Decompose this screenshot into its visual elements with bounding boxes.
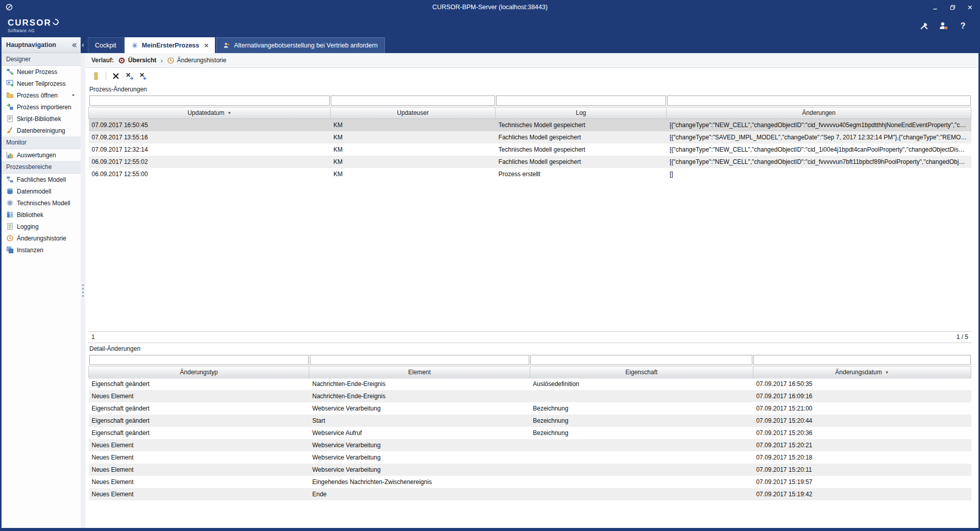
column-header-log[interactable]: Log — [496, 107, 667, 119]
table-row[interactable]: Neues ElementWebservice Verarbeitung07.0… — [89, 439, 971, 451]
table-row[interactable]: Neues ElementNachrichten-Ende-Ereignis07… — [89, 390, 971, 402]
sidebar-item-aenderungshistorie[interactable]: Änderungshistorie — [2, 232, 81, 244]
sidebar-splitter[interactable] — [81, 37, 85, 528]
user-settings-button[interactable] — [938, 20, 949, 32]
table-row[interactable]: 06.09.2017 12:55:00KMProzess erstellt[] — [89, 168, 971, 180]
sidebar-item-label: Neuer Prozess — [17, 68, 57, 76]
filter-input-aenderungen[interactable] — [667, 95, 971, 106]
table-row[interactable]: 07.09.2017 16:50:45KMTechnisches Modell … — [89, 119, 971, 131]
table-row[interactable]: Neues ElementWebservice Verarbeitung07.0… — [89, 464, 971, 476]
sidebar-item-neuer-teilprozess[interactable]: Neuer Teilprozess — [2, 78, 81, 89]
splitter-top[interactable] — [81, 37, 85, 53]
table-row[interactable]: 07.09.2017 13:55:16KMFachliches Modell g… — [89, 131, 971, 143]
filter-input-updatedatum[interactable] — [89, 95, 330, 106]
sidebar-item-label: Änderungshistorie — [17, 235, 66, 242]
sidebar-item-logging[interactable]: Logging — [2, 221, 81, 232]
breadcrumb: Verlauf: Übersicht › Änderungshistorie — [85, 53, 978, 68]
filter-input-updateuser[interactable] — [331, 95, 495, 106]
person-tab-icon — [223, 42, 230, 49]
table-row[interactable]: Eigenschaft geändertWebservice Verarbeit… — [89, 402, 971, 415]
sidebar-section-prozessbereiche[interactable]: Prozessbereiche — [2, 161, 81, 174]
sidebar-item-datenmodell[interactable]: Datenmodell — [2, 185, 81, 197]
user-settings-icon — [939, 21, 948, 31]
sidebar-item-prozess-importieren[interactable]: Prozess importieren — [2, 101, 81, 113]
instances-icon — [6, 246, 14, 254]
sidebar-item-prozess-oeffnen[interactable]: Prozess öffnen — [2, 89, 81, 101]
table-row[interactable]: Neues ElementEnde07.09.2017 15:19:42 — [89, 488, 971, 500]
column-header-updatedatum[interactable]: Updatedatum▼ — [89, 107, 331, 119]
table-row[interactable]: Eigenschaft geändertWebservice AufrufBez… — [89, 427, 971, 439]
sidebar-section-designer[interactable]: Designer — [2, 53, 81, 66]
overview-icon — [118, 57, 126, 64]
evaluations-icon — [6, 151, 14, 159]
tools-button[interactable] — [918, 20, 929, 32]
table-row[interactable]: Eigenschaft geändertStartBezeichnung07.0… — [89, 415, 971, 427]
logo-mark-icon — [51, 18, 60, 27]
dropdown-caret-icon — [70, 92, 76, 98]
maximize-button[interactable] — [944, 0, 961, 14]
clear-filter-button[interactable] — [110, 70, 122, 82]
sidebar-item-fachliches-modell[interactable]: Fachliches Modell — [2, 174, 81, 185]
sidebar-item-technisches-modell[interactable]: Technisches Modell — [2, 197, 81, 209]
tab-close-icon[interactable]: × — [204, 42, 208, 49]
close-icon — [967, 4, 973, 11]
apply-filter-button[interactable] — [137, 70, 150, 82]
column-header-aenderungsdatum[interactable]: Änderungsdatum▼ — [753, 366, 971, 378]
filter-row — [89, 354, 971, 367]
help-button[interactable]: ? — [957, 20, 968, 32]
sidebar-sections: DesignerNeuer ProzessNeuer TeilprozessPr… — [2, 53, 81, 256]
sidebar-item-datenbereinigung[interactable]: Datenbereinigung — [2, 125, 81, 136]
breadcrumb-item-aenderungshistorie[interactable]: Änderungshistorie — [167, 57, 227, 64]
sidebar-item-neuer-prozess[interactable]: Neuer Prozess — [2, 66, 81, 78]
filter-input-eigenschaft[interactable] — [530, 355, 752, 365]
sidebar-item-auswertungen[interactable]: Auswertungen — [2, 149, 81, 161]
column-header-updateuser[interactable]: Updateuser — [330, 107, 495, 119]
pagination-bar: 1 1 / 5 — [88, 331, 971, 343]
filter-input-element[interactable] — [310, 355, 529, 365]
sidebar-item-label: Prozess importieren — [17, 104, 71, 111]
sidebar-item-bibliothek[interactable]: Bibliothek — [2, 209, 81, 221]
apply-filter-icon — [139, 72, 148, 80]
column-header-aenderungstyp[interactable]: Änderungstyp — [89, 366, 309, 378]
tab-cockpit[interactable]: Cockpit — [88, 37, 124, 53]
sidebar-item-instanzen[interactable]: Instanzen — [2, 244, 81, 256]
titlebar[interactable]: CURSOR-BPM-Server (localhost:38443) — [2, 0, 978, 14]
sidebar-item-label: Datenmodell — [17, 188, 51, 195]
tab-label: Alternativangebotserstellung bei Vertrie… — [234, 42, 377, 49]
column-header-aenderungen[interactable]: Änderungen — [667, 107, 971, 119]
app-window: CURSOR-BPM-Server (localhost:38443) CURS… — [0, 0, 980, 531]
sidebar-item-skript-bibliothek[interactable]: Skript-Bibliothek — [2, 113, 81, 125]
column-header-element[interactable]: Element — [309, 366, 530, 378]
page-info: 1 / 5 — [957, 333, 968, 341]
filter-input-aenderungstyp[interactable] — [89, 355, 309, 365]
highlight-changes-button[interactable] — [90, 70, 102, 82]
filter-input-log[interactable] — [496, 95, 666, 106]
sidebar-item-label: Neuer Teilprozess — [17, 80, 66, 87]
data-model-icon — [6, 187, 14, 195]
remove-filter-button[interactable] — [124, 70, 136, 82]
table-row[interactable]: 06.09.2017 12:55:02KMFachliches Modell g… — [89, 156, 971, 168]
logo-text: CURSOR — [8, 18, 52, 27]
table-row[interactable]: Eigenschaft geändertNachrichten-Ende-Ere… — [89, 378, 971, 390]
breadcrumb-item-uebersicht[interactable]: Übersicht — [118, 57, 156, 64]
tab-alternativangebotserstellung-bei-vertrieb-anfordern[interactable]: Alternativangebotserstellung bei Vertrie… — [216, 37, 384, 53]
window-controls — [926, 0, 978, 14]
splitter-handle[interactable] — [81, 53, 85, 528]
minimize-button[interactable] — [926, 0, 944, 14]
table-row[interactable]: Neues ElementWebservice Verarbeitung07.0… — [89, 451, 971, 464]
technical-model-icon — [6, 199, 14, 207]
history-icon — [167, 57, 175, 64]
splitter-dots-icon — [82, 284, 84, 297]
table-row[interactable]: Neues ElementEingehendes Nachrichten-Zwi… — [89, 476, 971, 488]
column-header-eigenschaft[interactable]: Eigenschaft — [530, 366, 753, 378]
sidebar-header: Hauptnavigation — [2, 37, 81, 53]
sidebar-section-monitor[interactable]: Monitor — [2, 136, 81, 149]
close-button[interactable] — [961, 0, 978, 14]
detail-changes-table: ÄnderungstypElementEigenschaftÄnderungsd… — [88, 354, 971, 501]
table-row[interactable]: 07.09.2017 12:32:14KMTechnisches Modell … — [89, 143, 971, 156]
sidebar-collapse-icon[interactable] — [71, 42, 78, 49]
sidebar-item-label: Prozess öffnen — [17, 92, 58, 99]
filter-input-aenderungsdatum[interactable] — [753, 355, 970, 365]
sort-desc-icon: ▼ — [885, 370, 889, 375]
tab-meinersterprozess[interactable]: MeinErsterProzess× — [125, 37, 215, 53]
